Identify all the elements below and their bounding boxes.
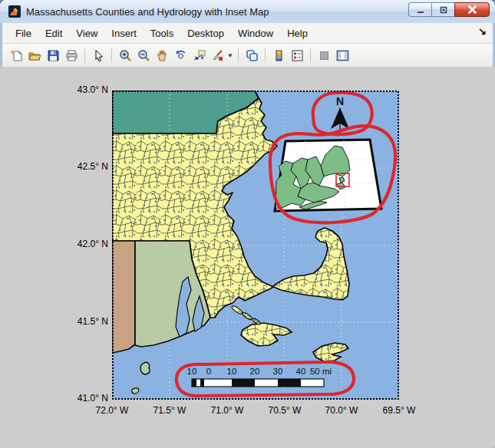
link-plot-button[interactable] bbox=[243, 46, 261, 64]
menu-tools[interactable]: Tools bbox=[144, 25, 180, 41]
zoom-out-icon bbox=[137, 49, 150, 62]
map-axes[interactable]: N 10 0 10 20 30 40 50 mi bbox=[112, 91, 399, 400]
menu-edit[interactable]: Edit bbox=[38, 25, 69, 41]
edit-plot-button[interactable] bbox=[89, 46, 107, 64]
matlab-logo-icon bbox=[8, 5, 21, 18]
legend-icon bbox=[291, 49, 304, 62]
toolbar-separator bbox=[84, 48, 85, 63]
figure-canvas: 43.0° N 42.5° N 42.0° N 41.5° N 41.0° N … bbox=[0, 68, 495, 448]
x-tick-label: 69.5° W bbox=[367, 405, 431, 416]
scale-bar-track bbox=[192, 379, 324, 387]
save-figure-button[interactable] bbox=[44, 46, 62, 64]
connecticut-region bbox=[112, 241, 135, 353]
pan-button[interactable] bbox=[153, 46, 171, 64]
restore-button[interactable] bbox=[431, 2, 454, 17]
data-cursor-button[interactable] bbox=[190, 46, 208, 64]
dock-figure-icon[interactable]: ↘ bbox=[478, 25, 487, 37]
hide-plot-tools-button[interactable] bbox=[315, 46, 333, 64]
menu-file[interactable]: File bbox=[8, 25, 38, 41]
menu-insert[interactable]: Insert bbox=[104, 25, 144, 41]
scale-label: 0 bbox=[206, 367, 211, 376]
x-tick-label: 72.0° W bbox=[80, 405, 144, 416]
x-tick-label: 70.0° W bbox=[309, 405, 374, 416]
title-bar: Massachusetts Counties and Hydrology wit… bbox=[0, 0, 495, 24]
scale-label: 10 bbox=[187, 367, 197, 376]
hide-plot-tools-icon bbox=[318, 49, 331, 62]
zoom-in-button[interactable] bbox=[116, 46, 134, 64]
y-tick-label: 41.5° N bbox=[47, 316, 108, 327]
edit-plot-cursor-icon bbox=[92, 49, 105, 62]
window-title: Massachusetts Counties and Hydrology wit… bbox=[26, 0, 269, 23]
show-plot-tools-dock-icon bbox=[336, 49, 349, 62]
x-tick-label: 71.5° W bbox=[137, 405, 202, 416]
close-icon bbox=[467, 5, 477, 15]
x-tick-label: 70.5° W bbox=[252, 405, 317, 416]
close-button[interactable] bbox=[454, 2, 490, 17]
figure-toolbar: ▼ bbox=[2, 44, 493, 68]
inset-map[interactable] bbox=[275, 140, 381, 211]
matlab-figure-window: Massachusetts Counties and Hydrology wit… bbox=[0, 0, 495, 448]
y-tick-label: 41.0° N bbox=[47, 393, 108, 404]
menu-view[interactable]: View bbox=[69, 25, 104, 41]
insert-legend-button[interactable] bbox=[288, 46, 306, 64]
scale-label: 30 bbox=[273, 367, 283, 376]
brush-dropdown-button[interactable]: ▼ bbox=[226, 46, 234, 64]
open-folder-icon bbox=[28, 49, 41, 62]
minimize-button[interactable] bbox=[408, 2, 431, 17]
menu-help[interactable]: Help bbox=[280, 25, 315, 41]
toolbar-separator bbox=[265, 48, 266, 63]
zoom-in-icon bbox=[119, 49, 132, 62]
brush-icon bbox=[211, 49, 224, 62]
menu-bar: File Edit View Insert Tools Desktop Wind… bbox=[2, 23, 493, 44]
scale-label: 20 bbox=[250, 367, 260, 376]
printer-icon bbox=[65, 49, 78, 62]
brush-button[interactable] bbox=[208, 46, 226, 64]
minimize-icon bbox=[416, 5, 425, 15]
scale-label: 50 mi bbox=[310, 367, 332, 376]
menu-window[interactable]: Window bbox=[231, 25, 280, 41]
open-file-button[interactable] bbox=[25, 46, 44, 64]
show-plot-tools-button[interactable] bbox=[333, 46, 351, 64]
scale-label: 40 bbox=[296, 367, 306, 376]
new-figure-button[interactable] bbox=[7, 46, 25, 64]
toolbar-separator bbox=[238, 48, 239, 63]
restore-icon bbox=[439, 5, 448, 15]
toolbar-separator bbox=[111, 48, 112, 63]
north-arrow-label: N bbox=[336, 95, 344, 107]
insert-colorbar-button[interactable] bbox=[269, 46, 288, 64]
x-tick-label: 71.0° W bbox=[195, 405, 259, 416]
colorbar-icon bbox=[272, 49, 285, 62]
data-cursor-icon bbox=[193, 49, 206, 62]
rotate-3d-icon bbox=[174, 49, 187, 62]
y-tick-label: 43.0° N bbox=[47, 84, 108, 95]
menu-desktop[interactable]: Desktop bbox=[180, 25, 231, 41]
pan-hand-icon bbox=[156, 49, 169, 62]
new-figure-icon bbox=[10, 49, 23, 62]
rotate-3d-button[interactable] bbox=[171, 46, 190, 64]
scale-label: 10 bbox=[227, 367, 237, 376]
toolbar-separator bbox=[310, 48, 311, 63]
fishers-island bbox=[132, 388, 139, 394]
y-tick-label: 42.0° N bbox=[47, 239, 108, 249]
save-floppy-icon bbox=[47, 49, 60, 62]
print-figure-button[interactable] bbox=[62, 46, 81, 64]
block-island bbox=[140, 362, 150, 374]
y-tick-label: 42.5° N bbox=[47, 161, 108, 172]
zoom-out-button[interactable] bbox=[134, 46, 153, 64]
link-plot-icon bbox=[246, 49, 259, 62]
